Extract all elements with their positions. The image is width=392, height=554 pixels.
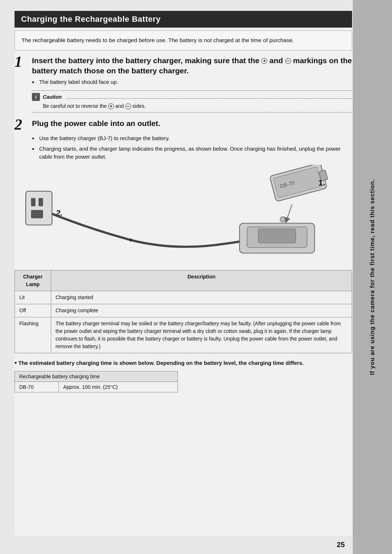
charger-table-row-off: Off Charging complete xyxy=(15,304,352,317)
bullet-dot-1: • xyxy=(32,134,36,143)
svg-line-14 xyxy=(286,204,292,220)
desc-off: Charging complete xyxy=(51,304,352,317)
estimated-note: • The estimated battery charging time is… xyxy=(15,358,352,367)
section-header: Charging the Rechargeable Battery xyxy=(15,11,352,28)
caution-text: Be careful not to reverse the + and − si… xyxy=(43,102,352,110)
svg-rect-2 xyxy=(38,198,43,206)
lamp-off: Off xyxy=(15,304,51,317)
charger-table-row-lit: Lit Charging started xyxy=(15,291,352,304)
step-2-bullet-2: • Charging starts, and the charger lamp … xyxy=(32,145,352,161)
step-1-bullet-text: The battery label should face up. xyxy=(39,78,118,86)
step-2-content: • Use the battery charger (BJ-7) to rech… xyxy=(32,134,352,161)
charger-table-header: Charger Lamp Description xyxy=(15,270,352,291)
step-1-bullet: • The battery label should face up. xyxy=(32,78,352,87)
intro-box: The rechargeable battery needs to be cha… xyxy=(15,30,352,50)
step-2-bullet-2-text: Charging starts, and the charger lamp in… xyxy=(39,145,352,161)
charging-time-header: Rechargeable battery charging time xyxy=(15,371,178,382)
desc-flashing: The battery charger terminal may be soil… xyxy=(51,317,352,353)
svg-rect-3 xyxy=(31,210,43,218)
step-2-bullet-1-text: Use the battery charger (BJ-7) to rechar… xyxy=(39,134,170,143)
bullet-dot-2: • xyxy=(32,145,36,154)
charging-time-table: Rechargeable battery charging time DB-70… xyxy=(15,371,178,392)
step-2-title: Plug the power cable into an outlet. xyxy=(32,117,160,129)
step-2-bullet-1: • Use the battery charger (BJ-7) to rech… xyxy=(32,134,352,143)
section-title: Charging the Rechargeable Battery xyxy=(21,15,160,24)
caution-label: i Caution xyxy=(32,93,352,101)
main-content: Charging the Rechargeable Battery The re… xyxy=(15,11,352,536)
bullet-dot: • xyxy=(32,78,36,87)
caution-box: i Caution Be careful not to reverse the … xyxy=(32,90,352,113)
charger-table-header-desc: Description xyxy=(51,270,352,291)
lamp-flashing: Flashing xyxy=(15,317,51,353)
charger-table-row-flashing: Flashing The battery charger terminal ma… xyxy=(15,317,352,353)
charger-table: Charger Lamp Description Lit Charging st… xyxy=(15,270,352,353)
step-2-header: 2 Plug the power cable into an outlet. xyxy=(15,117,352,132)
charger-table-header-lamp: Charger Lamp xyxy=(15,270,51,291)
estimated-note-text: The estimated battery charging time is s… xyxy=(18,360,303,366)
step-2: 2 Plug the power cable into an outlet. •… xyxy=(15,117,352,161)
page-wrapper: If you are using the camera for the firs… xyxy=(0,0,392,554)
desc-lit: Charging started xyxy=(51,291,352,304)
page-number: 25 xyxy=(337,541,345,549)
svg-rect-0 xyxy=(26,191,52,225)
svg-point-9 xyxy=(280,217,285,222)
battery-model: DB-70 xyxy=(15,382,59,392)
bullet-dot-est: • xyxy=(15,359,17,366)
step-1: 1 Insert the battery into the battery ch… xyxy=(15,54,352,113)
sidebar-text: If you are using the camera for the firs… xyxy=(369,179,376,375)
step-1-content: • The battery label should face up. i Ca… xyxy=(32,78,352,112)
lamp-lit: Lit xyxy=(15,291,51,304)
svg-text:1.: 1. xyxy=(318,178,325,187)
charging-time-data-row: DB-70 Approx. 100 min. (25°C) xyxy=(15,382,178,392)
charging-time: Approx. 100 min. (25°C) xyxy=(58,382,177,392)
step-1-header: 1 Insert the battery into the battery ch… xyxy=(15,54,352,76)
sidebar-panel: If you are using the camera for the firs… xyxy=(353,0,392,554)
svg-rect-8 xyxy=(258,229,296,243)
svg-rect-1 xyxy=(31,198,35,206)
intro-text: The rechargeable battery needs to be cha… xyxy=(21,37,294,43)
caution-title: Caution xyxy=(43,94,62,100)
diagram-svg: 2. DB-70 xyxy=(15,165,352,266)
svg-point-5 xyxy=(129,239,132,241)
step-1-number: 1 xyxy=(15,54,28,69)
charging-time-header-row: Rechargeable battery charging time xyxy=(15,371,178,382)
caution-icon: i xyxy=(32,93,40,101)
diagram-area: 2. DB-70 xyxy=(15,165,352,266)
step-1-title: Insert the battery into the battery char… xyxy=(32,54,352,76)
step-2-number: 2 xyxy=(15,117,28,132)
